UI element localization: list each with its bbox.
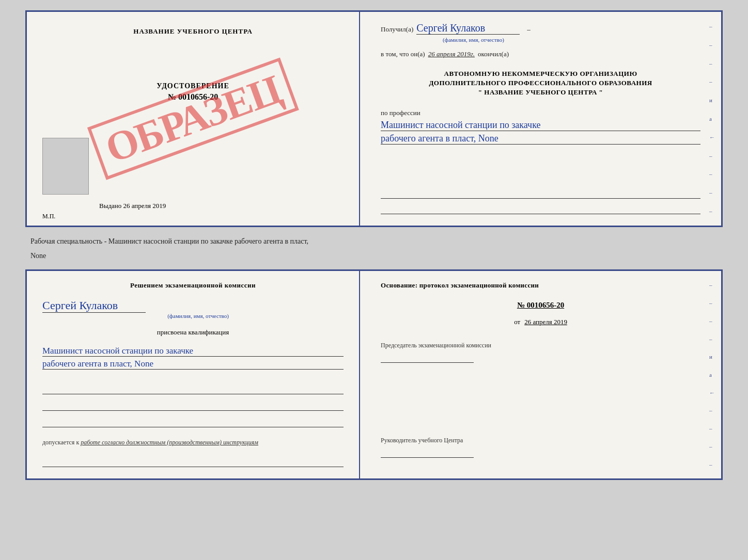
- profession-line2: рабочего агента в пласт, None: [381, 133, 700, 145]
- prisvoena-label: присвоена квалификация: [42, 328, 344, 337]
- ot-label: от: [514, 318, 520, 326]
- dopuskaetsya-block: допускается к работе согласно должностны…: [42, 439, 344, 446]
- rukovoditel-label: Руководитель учебного Центра: [381, 437, 700, 444]
- poluchil-row: Получил(а) Сергей Кулаков –: [381, 22, 700, 35]
- vtom-row: в том, что он(а) 26 апреля 2019г. окончи…: [381, 49, 700, 59]
- qualification-block: Машинист насосной станции по закачке раб…: [42, 344, 344, 370]
- osnovanie-label: Основание: протокол экзаменационной коми…: [381, 281, 700, 290]
- cert-bottom-left: Решением экзаменационной комиссии Сергей…: [27, 271, 360, 478]
- org-line3: " НАЗВАНИЕ УЧЕБНОГО ЦЕНТРА ": [381, 88, 700, 97]
- bottom-left-last-underline: [42, 456, 344, 468]
- bottom-name-sub: (фамилия, имя, отчество): [53, 313, 344, 319]
- rukovoditel-block: Руководитель учебного Центра: [381, 437, 700, 458]
- right-underlines: [381, 187, 700, 215]
- org-block: АВТОНОМНУЮ НЕКОММЕРЧЕСКУЮ ОРГАНИЗАЦИЮ ДО…: [381, 70, 700, 97]
- po-professii-block: по профессии Машинист насосной станции п…: [381, 108, 700, 145]
- ot-date: 26 апреля 2019: [524, 318, 567, 326]
- specialty-text-line1: Рабочая специальность - Машинист насосно…: [30, 234, 723, 249]
- cert-top-left: НАЗВАНИЕ УЧЕБНОГО ЦЕНТРА ОБРАЗЕЦ УДОСТОВ…: [27, 12, 360, 226]
- poluchil-label: Получил(а): [381, 24, 413, 35]
- specialty-separator: Рабочая специальность - Машинист насосно…: [25, 232, 723, 264]
- vtom-date: 26 апреля 2019г.: [428, 49, 475, 59]
- bottom-certificate: Решением экзаменационной комиссии Сергей…: [25, 269, 723, 480]
- bottom-name: Сергей Кулаков: [42, 299, 146, 313]
- vtom-label: в том, что он(а): [381, 49, 425, 59]
- predsedatel-label: Председатель экзаменационной комиссии: [381, 342, 700, 349]
- cert-top-right: Получил(а) Сергей Кулаков – (фамилия, им…: [360, 12, 721, 226]
- specialty-text-line2: None: [30, 249, 723, 263]
- qual-line1: Машинист насосной станции по закачке: [42, 346, 344, 357]
- protocol-number: № 0010656-20: [381, 301, 700, 310]
- mp-line: М.П.: [42, 213, 55, 220]
- dopuskaetsya-text: работе согласно должностным (производств…: [81, 439, 258, 446]
- vydano-date: 26 апреля 2019: [123, 202, 166, 210]
- top-left-title: НАЗВАНИЕ УЧЕБНОГО ЦЕНТРА: [133, 27, 253, 36]
- predsedatel-sig-line: [381, 353, 474, 363]
- ot-row: от 26 апреля 2019: [381, 318, 700, 326]
- cert-bottom-right: Основание: протокол экзаменационной коми…: [360, 271, 721, 478]
- predsedatel-block: Председатель экзаменационной комиссии: [381, 342, 700, 363]
- right-edge-dashes: – – – – и а ← – – – –: [709, 17, 715, 220]
- dopuskaetsya-label: допускается к: [42, 439, 79, 446]
- photo-placeholder: [42, 138, 89, 195]
- org-line2: ДОПОЛНИТЕЛЬНОГО ПРОФЕССИОНАЛЬНОГО ОБРАЗО…: [381, 79, 700, 87]
- document-wrapper: НАЗВАНИЕ УЧЕБНОГО ЦЕНТРА ОБРАЗЕЦ УДОСТОВ…: [25, 10, 723, 480]
- vydano-line: Выдано 26 апреля 2019: [99, 202, 166, 210]
- bottom-left-underlines: [42, 383, 344, 428]
- org-line1: АВТОНОМНУЮ НЕКОММЕРЧЕСКУЮ ОРГАНИЗАЦИЮ: [381, 70, 700, 78]
- qual-line2: рабочего агента в пласт, None: [42, 359, 344, 370]
- obrazec-stamp: ОБРАЗЕЦ: [87, 57, 299, 180]
- name-block-bottom: Сергей Кулаков (фамилия, имя, отчество): [42, 299, 344, 319]
- top-certificate: НАЗВАНИЕ УЧЕБНОГО ЦЕНТРА ОБРАЗЕЦ УДОСТОВ…: [25, 10, 723, 227]
- poluchil-name: Сергей Кулаков: [416, 22, 520, 35]
- vydano-label: Выдано: [99, 202, 121, 210]
- rukovoditel-sig-line: [381, 447, 474, 458]
- okonchil-label: окончил(а): [478, 49, 509, 59]
- poluchil-sub: (фамилия, имя, отчество): [443, 37, 700, 43]
- profession-line1: Машинист насосной станции по закачке: [381, 120, 700, 131]
- bottom-right-edge-dashes: – – – – и а ← – – – –: [709, 276, 715, 473]
- po-professii-label: по профессии: [381, 109, 420, 117]
- decision-text: Решением экзаменационной комиссии: [42, 281, 344, 290]
